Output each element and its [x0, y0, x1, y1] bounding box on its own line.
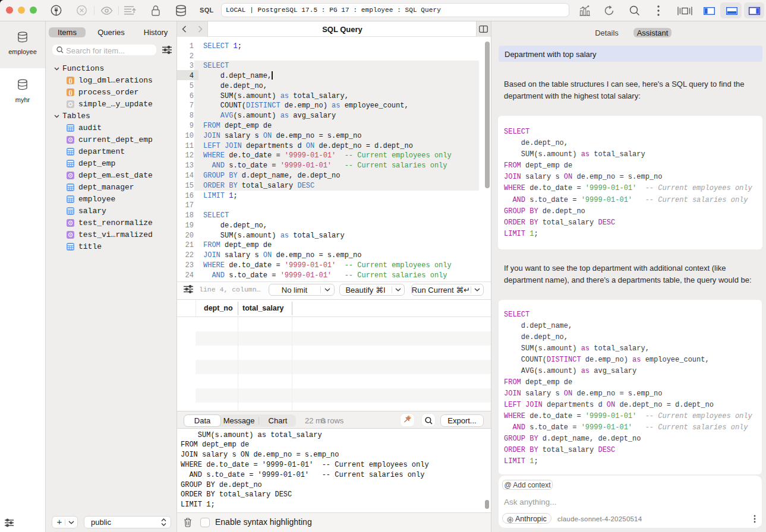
- svg-text:(): (): [69, 90, 72, 96]
- svg-text:(): (): [69, 78, 72, 84]
